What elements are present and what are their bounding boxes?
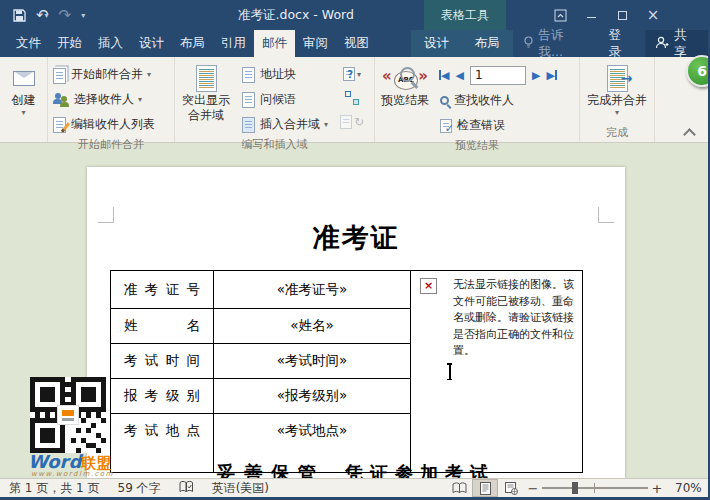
edit-recipient-list-button[interactable]: 编辑收件人列表 <box>48 112 160 137</box>
minimize-icon[interactable] <box>582 6 600 24</box>
edit-recipient-list-label: 编辑收件人列表 <box>71 116 155 133</box>
qat-customize-icon[interactable]: ▾ <box>81 11 85 20</box>
lightbulb-icon <box>523 36 534 52</box>
highlight-merge-fields-button[interactable]: 突出显示 合并域 <box>175 60 237 123</box>
chevron-down-icon: ▾ <box>147 71 151 79</box>
print-layout-icon[interactable] <box>472 479 498 497</box>
status-bar: 第 1 页，共 1 页 59 个字 英语(美国) − + 70% <box>0 478 710 497</box>
zoom-slider-thumb[interactable] <box>572 482 578 494</box>
address-block-button[interactable]: 地址块 <box>237 62 337 87</box>
record-navigator: ◀ ◀ ▶ ▶ <box>435 62 575 88</box>
tab-layout[interactable]: 布局 <box>172 30 213 57</box>
save-icon[interactable] <box>13 9 26 22</box>
group-create: 创建 ▾ <box>0 57 48 142</box>
contextual-tool-title: 表格工具 <box>424 0 506 30</box>
photo-cell[interactable]: × 无法显示链接的图像。该文件可能已被移动、重命名或删除。请验证该链接是否指向正… <box>411 271 583 473</box>
rules-button[interactable]: ? ▾ <box>337 62 367 86</box>
page-indicator[interactable]: 第 1 页，共 1 页 <box>0 480 109 497</box>
zoom-level[interactable]: 70% <box>666 481 710 495</box>
greeting-line-button[interactable]: 问候语 <box>237 87 337 112</box>
refresh-icon: ↻ <box>354 115 364 129</box>
tab-review[interactable]: 审阅 <box>295 30 336 57</box>
select-recipients-button[interactable]: 选择收件人 ▾ <box>48 87 160 112</box>
zoom-out-icon[interactable]: − <box>524 481 542 496</box>
tab-references[interactable]: 引用 <box>213 30 254 57</box>
first-record-icon[interactable]: ◀ <box>439 69 449 82</box>
merge-field-value[interactable]: «报考级别» <box>214 379 411 414</box>
share-button[interactable]: 共享 <box>645 30 710 57</box>
match-fields-button[interactable] <box>337 86 367 110</box>
ribbon-display-options-icon[interactable] <box>551 6 569 24</box>
tab-home[interactable]: 开始 <box>49 30 90 57</box>
language-indicator[interactable]: 英语(美国) <box>203 480 278 497</box>
highlight-merge-fields-icon <box>196 65 217 92</box>
zoom-slider[interactable] <box>542 479 648 497</box>
tab-table-layout[interactable]: 布局 <box>469 30 506 57</box>
word-window: ↶ ▾ ↷ ▾ 准考证.docx - Word 表格工具 × 文件 开始 插入 … <box>0 0 710 500</box>
quick-access-toolbar: ↶ ▾ ↷ ▾ <box>0 6 85 24</box>
group-preview-results: «ABC» 预览结果 ◀ ◀ ▶ ▶ 查找收件人 <box>375 57 580 142</box>
collapse-ribbon-icon[interactable] <box>685 127 694 136</box>
window-title: 准考证.docx - Word <box>238 0 354 30</box>
greeting-line-label: 问候语 <box>260 91 296 108</box>
row-label[interactable]: 姓名 <box>111 309 214 344</box>
sign-in-button[interactable]: 登录 <box>597 30 645 57</box>
insert-merge-field-label: 插入合并域 <box>260 116 320 133</box>
web-layout-icon[interactable] <box>498 479 524 497</box>
tab-table-design[interactable]: 设计 <box>418 30 455 57</box>
contextual-tabs: 设计 布局 <box>411 30 513 57</box>
proofing-icon[interactable] <box>170 480 203 497</box>
undo-dropdown-icon[interactable]: ▾ <box>45 11 49 20</box>
update-labels-button: ↻ <box>337 110 367 134</box>
preview-results-button[interactable]: «ABC» 预览结果 <box>375 60 435 108</box>
table-row: 准考证号 «准考证号» × 无法显示链接的图像。该文件可能已被移动、重命名或删除… <box>111 271 583 309</box>
document-page[interactable]: 准考证 准考证号 «准考证号» × 无法显示链接的图像。该文件可能已被移动、重命… <box>87 167 625 478</box>
tab-insert[interactable]: 插入 <box>90 30 131 57</box>
select-recipients-label: 选择收件人 <box>74 91 134 108</box>
view-switcher: − + 70% <box>446 479 710 497</box>
close-icon[interactable]: × <box>644 6 662 24</box>
broken-image-text: 无法显示链接的图像。该文件可能已被移动、重命名或删除。请验证该链接是否指向正确的… <box>453 277 576 360</box>
preview-results-label: 预览结果 <box>381 93 429 108</box>
window-controls: × <box>551 0 662 30</box>
zoom-in-icon[interactable]: + <box>648 481 666 496</box>
start-mail-merge-button[interactable]: 开始邮件合并 ▾ <box>48 62 160 87</box>
rules-icon: ? <box>343 67 355 81</box>
tab-file[interactable]: 文件 <box>8 30 49 57</box>
row-label[interactable]: 报考级别 <box>111 379 214 414</box>
greeting-line-icon <box>242 92 255 108</box>
last-record-icon[interactable]: ▶ <box>546 69 556 82</box>
insert-merge-field-button[interactable]: 插入合并域 ▾ <box>237 112 337 137</box>
finish-merge-label: 完成并合并 <box>587 93 647 108</box>
document-bottom-text: 妥善保管凭证参加考试 <box>110 461 602 478</box>
redo-icon: ↷ <box>59 6 72 24</box>
merge-field-value[interactable]: «姓名» <box>214 309 411 344</box>
next-record-icon[interactable]: ▶ <box>532 69 540 82</box>
check-errors-button[interactable]: ✓ 检查错误 <box>435 113 575 138</box>
merge-field-value[interactable]: «考试时间» <box>214 344 411 379</box>
tab-mailings[interactable]: 邮件 <box>254 30 295 57</box>
row-label[interactable]: 考试时间 <box>111 344 214 379</box>
chevron-down-icon: ▾ <box>324 121 328 129</box>
group-start-mail-merge: 开始邮件合并 ▾ 选择收件人 ▾ 编辑收件人列表 开始邮件合并 <box>48 57 175 142</box>
word-count[interactable]: 59 个字 <box>109 480 170 497</box>
read-mode-icon[interactable] <box>446 479 472 497</box>
finish-merge-button[interactable]: → 完成并合并 ▾ <box>582 60 652 117</box>
previous-record-icon[interactable]: ◀ <box>455 69 463 82</box>
tell-me-box[interactable]: 告诉我... <box>513 30 597 57</box>
find-recipient-button[interactable]: 查找收件人 <box>435 88 575 113</box>
merge-table[interactable]: 准考证号 «准考证号» × 无法显示链接的图像。该文件可能已被移动、重命名或删除… <box>110 270 583 473</box>
tell-me-label: 告诉我... <box>539 27 587 61</box>
row-label[interactable]: 准考证号 <box>111 271 214 309</box>
create-button[interactable]: 创建 ▾ <box>7 60 41 117</box>
chevron-down-icon: ▾ <box>615 109 619 117</box>
record-input[interactable] <box>470 66 526 85</box>
merge-field-value[interactable]: «准考证号» <box>214 271 411 309</box>
tab-design[interactable]: 设计 <box>131 30 172 57</box>
document-area[interactable]: 准考证 准考证号 «准考证号» × 无法显示链接的图像。该文件可能已被移动、重命… <box>0 143 710 478</box>
group-label-finish: 完成 <box>580 125 654 142</box>
document-title[interactable]: 准考证 <box>87 220 625 256</box>
tab-view[interactable]: 视图 <box>336 30 377 57</box>
chevron-down-icon: ▾ <box>21 109 25 117</box>
maximize-icon[interactable] <box>613 6 631 24</box>
